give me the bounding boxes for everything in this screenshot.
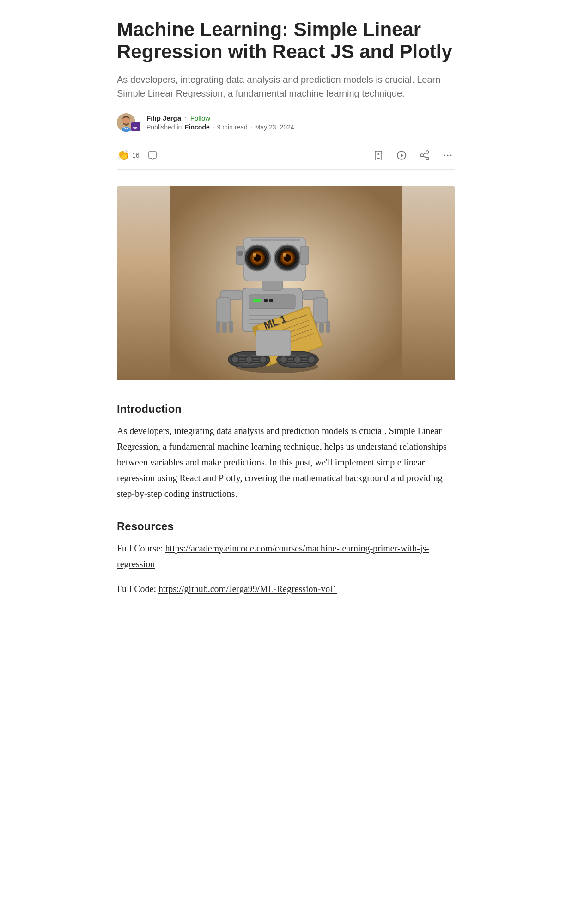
save-button[interactable] [371,148,386,163]
svg-rect-40 [229,321,233,333]
author-name[interactable]: Filip Jerga [146,114,181,122]
svg-rect-39 [222,323,227,333]
full-code-item: Full Code: https://github.com/Jerga99/ML… [117,581,455,597]
svg-rect-2 [122,127,131,132]
svg-rect-38 [216,321,220,333]
svg-point-9 [450,154,452,156]
svg-text:ein: ein [133,125,138,129]
svg-rect-45 [326,321,330,333]
svg-point-61 [259,356,267,363]
listen-button[interactable] [394,148,409,163]
svg-point-32 [283,253,286,257]
clap-button[interactable]: 👏 16 [117,149,140,161]
full-course-link[interactable]: https://academy.eincode.com/courses/mach… [117,543,429,569]
introduction-text: As developers, integrating data analysis… [117,423,455,502]
svg-point-27 [253,253,256,257]
svg-rect-35 [300,246,309,265]
resources-section: Resources Full Course: https://academy.e… [117,520,455,597]
introduction-heading: Introduction [117,403,455,416]
svg-rect-14 [253,299,261,302]
meta-separator-1: · [213,123,214,131]
svg-point-34 [237,251,243,256]
publication-avatar: ein [131,122,141,132]
svg-rect-22 [251,239,300,241]
author-info: Filip Jerga · Follow Published in Eincod… [146,114,294,131]
author-avatar-group: ein [117,113,141,132]
article-title: Machine Learning: Simple Linear Regressi… [117,18,455,63]
read-time: 9 min read [217,123,248,131]
robot-illustration: ML 1 [117,186,455,380]
full-course-item: Full Course: https://academy.eincode.com… [117,540,455,572]
svg-point-68 [294,356,301,363]
more-button[interactable] [440,148,455,163]
meta-separator-2: · [250,123,252,131]
author-name-row: Filip Jerga · Follow [146,114,294,122]
action-bar: 👏 16 [117,141,455,170]
svg-point-8 [447,154,449,156]
full-course-label: Full Course: [117,543,163,553]
svg-point-60 [245,356,253,363]
svg-rect-15 [264,299,268,302]
article-meta: Published in Eincode · 9 min read · May … [146,123,294,131]
svg-rect-37 [217,297,231,323]
svg-point-69 [308,356,315,363]
clap-count: 16 [132,152,140,159]
follow-button[interactable]: Follow [190,114,210,122]
resources-heading: Resources [117,520,455,533]
publication-name[interactable]: Eincode [184,123,209,131]
action-bar-right [371,148,455,163]
svg-point-59 [231,356,239,363]
comment-button[interactable] [147,150,158,161]
svg-rect-42 [314,297,328,323]
svg-rect-44 [319,323,324,333]
clap-icon: 👏 [117,149,129,161]
introduction-section: Introduction As developers, integrating … [117,403,455,502]
svg-rect-16 [269,299,273,302]
author-section: ein Filip Jerga · Follow Published in Ei… [117,113,455,132]
svg-rect-70 [256,330,291,356]
separator-dot: · [185,114,187,122]
published-in-label: Published in [146,123,182,131]
article-subtitle: As developers, integrating data analysis… [117,73,455,100]
svg-point-67 [280,356,287,363]
svg-marker-6 [401,153,403,157]
full-code-label: Full Code: [117,584,156,594]
article-container: Machine Learning: Simple Linear Regressi… [106,0,466,634]
published-date: May 23, 2024 [255,123,294,131]
hero-image: ML 1 [117,186,455,380]
full-code-link[interactable]: https://github.com/Jerga99/ML-Regression… [158,584,337,594]
svg-point-7 [444,154,445,156]
share-button[interactable] [417,148,432,163]
action-bar-left: 👏 16 [117,149,158,161]
